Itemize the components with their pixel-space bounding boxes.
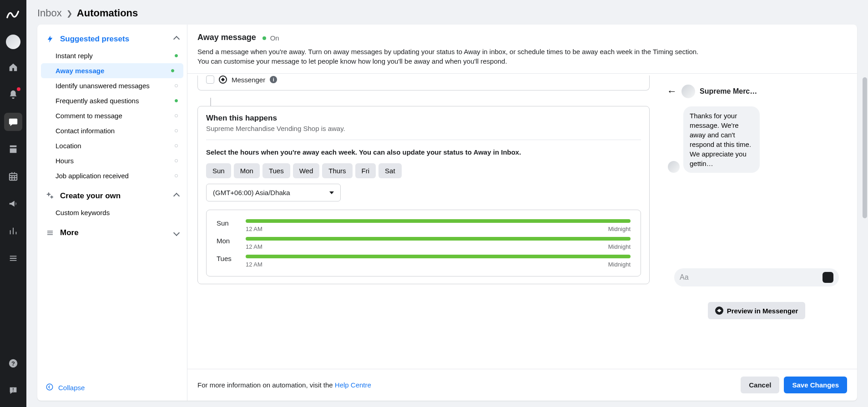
posts-icon[interactable] xyxy=(4,140,22,158)
messenger-checkbox[interactable] xyxy=(206,75,214,84)
svg-rect-0 xyxy=(10,174,17,181)
timezone-value: (GMT+06:00) Asia/Dhaka xyxy=(213,189,290,196)
calendar-icon[interactable] xyxy=(4,167,22,186)
global-nav-rail: ? ! xyxy=(0,0,26,407)
save-changes-button[interactable]: Save Changes xyxy=(784,377,847,393)
help-icon[interactable]: ? xyxy=(4,354,22,372)
weekly-schedule: Sun 12 AMMidnight Mon xyxy=(206,210,641,276)
status-text: On xyxy=(270,34,279,42)
svg-text:!: ! xyxy=(12,387,14,392)
info-icon[interactable]: i xyxy=(270,76,277,83)
day-btn-sun[interactable]: Sun xyxy=(206,163,231,178)
profile-avatar[interactable] xyxy=(6,35,20,49)
schedule-end: Midnight xyxy=(608,261,631,268)
more-header[interactable]: More xyxy=(37,224,187,242)
chevron-up-icon xyxy=(173,193,180,199)
preview-message-bubble: Thanks for your message. We're away and … xyxy=(683,106,760,173)
preview-in-messenger-button[interactable]: Preview in Messenger xyxy=(708,302,806,319)
help-centre-link[interactable]: Help Centre xyxy=(335,381,371,389)
schedule-row[interactable]: Sun 12 AMMidnight xyxy=(217,219,631,232)
list-icon xyxy=(45,228,55,237)
status-dot-icon xyxy=(262,36,266,40)
collapse-icon xyxy=(45,383,54,392)
caret-down-icon xyxy=(329,191,334,194)
messenger-icon xyxy=(219,75,227,84)
preview-input-placeholder: Aa xyxy=(680,273,689,281)
scrollbar[interactable] xyxy=(862,77,868,400)
svg-text:?: ? xyxy=(11,360,15,367)
schedule-start: 12 AM xyxy=(246,243,262,250)
schedule-end: Midnight xyxy=(608,243,631,250)
feedback-icon[interactable]: ! xyxy=(4,382,22,400)
create-your-own-header[interactable]: Create your own xyxy=(37,187,187,205)
sidebar-item-instant-reply[interactable]: Instant reply xyxy=(37,48,187,63)
automations-sidebar: Suggested presets Instant reply Away mes… xyxy=(37,25,187,401)
timezone-select[interactable]: (GMT+06:00) Asia/Dhaka xyxy=(206,184,341,201)
schedule-start: 12 AM xyxy=(246,261,262,268)
schedule-end: Midnight xyxy=(608,226,631,232)
cancel-button[interactable]: Cancel xyxy=(741,377,779,393)
day-btn-mon[interactable]: Mon xyxy=(234,163,260,178)
when-title: When this happens xyxy=(206,114,641,123)
inbox-icon[interactable] xyxy=(4,113,22,131)
flow-connector xyxy=(210,98,211,106)
day-btn-thurs[interactable]: Thurs xyxy=(322,163,352,178)
sparkle-icon xyxy=(45,191,55,201)
messenger-label: Messenger xyxy=(232,76,265,84)
schedule-day-label: Mon xyxy=(217,237,237,245)
sticker-icon[interactable] xyxy=(823,272,833,283)
back-arrow-icon[interactable]: ← xyxy=(667,85,677,97)
when-subtitle: Supreme Merchandise Vending Shop is away… xyxy=(206,125,641,132)
day-button-group: Sun Mon Tues Wed Thurs Fri Sat xyxy=(206,163,641,178)
schedule-start: 12 AM xyxy=(246,226,262,232)
sidebar-item-location[interactable]: Location xyxy=(37,138,187,153)
when-this-happens-card: When this happens Supreme Merchandise Ve… xyxy=(197,106,650,284)
sidebar-item-away-message[interactable]: Away message xyxy=(41,63,183,78)
meta-logo-icon[interactable] xyxy=(5,7,21,23)
day-btn-wed[interactable]: Wed xyxy=(293,163,320,178)
notification-badge xyxy=(17,87,20,91)
breadcrumb: Inbox ❯ Automations xyxy=(26,0,868,25)
schedule-row[interactable]: Mon 12 AMMidnight xyxy=(217,237,631,250)
collapse-button[interactable]: Collapse xyxy=(45,383,179,392)
day-btn-sat[interactable]: Sat xyxy=(378,163,402,178)
chevron-up-icon xyxy=(173,36,180,42)
automation-header: Away message On Send a message when you'… xyxy=(187,25,857,74)
all-tools-icon[interactable] xyxy=(4,249,22,267)
help-text: For more information on automation, visi… xyxy=(197,381,371,389)
sidebar-item-contact-info[interactable]: Contact information xyxy=(37,123,187,138)
bolt-icon xyxy=(45,35,55,44)
breadcrumb-current: Automations xyxy=(77,7,138,19)
home-icon[interactable] xyxy=(4,58,22,76)
day-btn-fri[interactable]: Fri xyxy=(355,163,376,178)
day-btn-tues[interactable]: Tues xyxy=(262,163,290,178)
suggested-presets-header[interactable]: Suggested presets xyxy=(37,30,187,48)
automation-description: Send a message when you're away. Turn on… xyxy=(197,47,702,66)
message-avatar xyxy=(668,161,680,173)
schedule-bar[interactable] xyxy=(246,237,631,241)
preview-shop-name: Supreme Merc… xyxy=(700,87,757,95)
preview-compose-input[interactable]: Aa xyxy=(674,268,839,286)
schedule-day-label: Tues xyxy=(217,255,237,262)
chevron-down-icon xyxy=(173,230,180,236)
insights-icon[interactable] xyxy=(4,222,22,240)
schedule-bar[interactable] xyxy=(246,219,631,223)
automation-title: Away message xyxy=(197,33,256,42)
sidebar-item-job-application[interactable]: Job application received xyxy=(37,168,187,183)
schedule-bar[interactable] xyxy=(246,255,631,258)
preview-avatar xyxy=(681,85,695,98)
ads-icon[interactable] xyxy=(4,195,22,213)
messenger-icon xyxy=(715,307,723,315)
sidebar-item-hours[interactable]: Hours xyxy=(37,153,187,168)
schedule-row[interactable]: Tues 12 AMMidnight xyxy=(217,255,631,268)
schedule-day-label: Sun xyxy=(217,219,237,227)
sidebar-item-faq[interactable]: Frequently asked questions xyxy=(37,93,187,108)
chevron-right-icon: ❯ xyxy=(66,9,72,18)
footer-action-bar: For more information on automation, visi… xyxy=(187,369,857,401)
sidebar-item-custom-keywords[interactable]: Custom keywords xyxy=(37,205,187,220)
schedule-instruction: Select the hours when you're away each w… xyxy=(206,147,641,157)
sidebar-item-comment-to-message[interactable]: Comment to message xyxy=(37,108,187,123)
breadcrumb-parent[interactable]: Inbox xyxy=(37,7,62,19)
sidebar-item-identify-unanswered[interactable]: Identify unanswered messages xyxy=(37,78,187,93)
channel-card: Messenger i xyxy=(197,75,650,90)
